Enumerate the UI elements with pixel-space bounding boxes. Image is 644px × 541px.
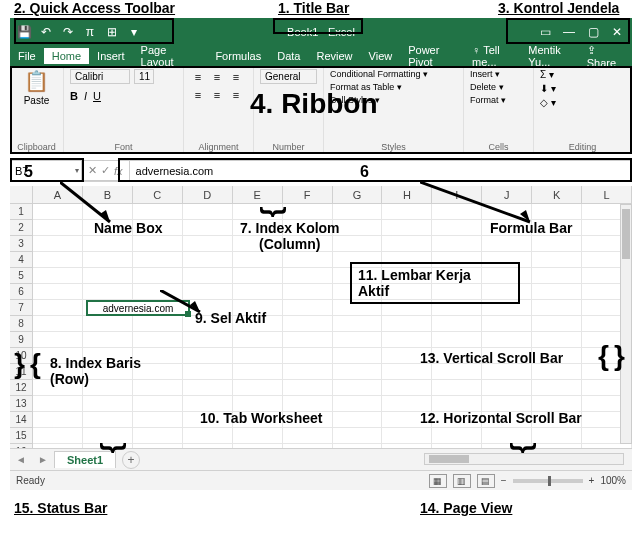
- cell[interactable]: [183, 380, 233, 396]
- cell[interactable]: [333, 236, 383, 252]
- row-head[interactable]: 14: [10, 412, 33, 428]
- row-head[interactable]: 8: [10, 316, 33, 332]
- cell[interactable]: [382, 428, 432, 444]
- sheet-nav-prev[interactable]: ◄: [10, 454, 32, 465]
- col-C[interactable]: C: [133, 186, 183, 203]
- cell[interactable]: [283, 332, 333, 348]
- zoom-out-button[interactable]: −: [501, 475, 507, 486]
- row-head[interactable]: 9: [10, 332, 33, 348]
- tab-formulas[interactable]: Formulas: [207, 48, 269, 64]
- cell[interactable]: [333, 220, 383, 236]
- cell[interactable]: [83, 412, 133, 428]
- cell[interactable]: [183, 348, 233, 364]
- cell[interactable]: [83, 396, 133, 412]
- cell[interactable]: [133, 236, 183, 252]
- cell[interactable]: [333, 396, 383, 412]
- select-all-corner[interactable]: [10, 186, 33, 203]
- view-page-layout-icon[interactable]: ▥: [453, 474, 471, 488]
- tab-insert[interactable]: Insert: [89, 48, 133, 64]
- cell[interactable]: [33, 428, 83, 444]
- cell[interactable]: [233, 252, 283, 268]
- col-D[interactable]: D: [183, 186, 233, 203]
- col-L[interactable]: L: [582, 186, 632, 203]
- hscroll-thumb[interactable]: [429, 455, 469, 463]
- row-head[interactable]: 5: [10, 268, 33, 284]
- cell[interactable]: [482, 364, 532, 380]
- cell[interactable]: [83, 284, 133, 300]
- zoom-level[interactable]: 100%: [600, 475, 626, 486]
- cell[interactable]: [183, 252, 233, 268]
- cell[interactable]: [283, 316, 333, 332]
- cell[interactable]: [283, 364, 333, 380]
- tab-home[interactable]: Home: [44, 48, 89, 64]
- row-head[interactable]: 15: [10, 428, 33, 444]
- row-head[interactable]: 2: [10, 220, 33, 236]
- cell[interactable]: [432, 236, 482, 252]
- cell[interactable]: [382, 364, 432, 380]
- col-G[interactable]: G: [333, 186, 383, 203]
- cell[interactable]: [532, 364, 582, 380]
- cell[interactable]: [532, 268, 582, 284]
- cell[interactable]: [233, 268, 283, 284]
- cell[interactable]: [482, 380, 532, 396]
- cell[interactable]: [233, 380, 283, 396]
- cell[interactable]: [33, 300, 83, 316]
- cell[interactable]: [333, 204, 383, 220]
- cell[interactable]: [183, 332, 233, 348]
- cell[interactable]: [33, 332, 83, 348]
- cell[interactable]: [382, 332, 432, 348]
- cell[interactable]: [133, 252, 183, 268]
- view-page-break-icon[interactable]: ▤: [477, 474, 495, 488]
- tab-file[interactable]: File: [10, 48, 44, 64]
- cell[interactable]: [333, 348, 383, 364]
- cell[interactable]: [33, 252, 83, 268]
- row-head[interactable]: 3: [10, 236, 33, 252]
- cell[interactable]: [83, 268, 133, 284]
- cell[interactable]: [33, 284, 83, 300]
- cell[interactable]: [133, 204, 183, 220]
- cell[interactable]: [133, 268, 183, 284]
- cell[interactable]: [532, 252, 582, 268]
- cell[interactable]: [432, 332, 482, 348]
- cell[interactable]: [532, 300, 582, 316]
- row-head[interactable]: 12: [10, 380, 33, 396]
- cell[interactable]: [283, 428, 333, 444]
- cell[interactable]: [382, 380, 432, 396]
- view-normal-icon[interactable]: ▦: [429, 474, 447, 488]
- cell[interactable]: [333, 412, 383, 428]
- row-head[interactable]: 1: [10, 204, 33, 220]
- col-F[interactable]: F: [283, 186, 333, 203]
- row-head[interactable]: 6: [10, 284, 33, 300]
- cell[interactable]: [382, 316, 432, 332]
- cell[interactable]: [283, 300, 333, 316]
- vertical-scrollbar[interactable]: [620, 204, 632, 444]
- cell[interactable]: [532, 284, 582, 300]
- cell[interactable]: [382, 236, 432, 252]
- cell[interactable]: [33, 268, 83, 284]
- row-head[interactable]: 13: [10, 396, 33, 412]
- zoom-slider[interactable]: [513, 479, 583, 483]
- cell[interactable]: [432, 316, 482, 332]
- cell[interactable]: [482, 236, 532, 252]
- cell[interactable]: [333, 364, 383, 380]
- cell[interactable]: [532, 236, 582, 252]
- cell[interactable]: [183, 268, 233, 284]
- cell[interactable]: [183, 428, 233, 444]
- tab-review[interactable]: Review: [308, 48, 360, 64]
- cell[interactable]: [233, 428, 283, 444]
- cell[interactable]: [532, 380, 582, 396]
- tell-me-search[interactable]: ♀ Tell me...: [472, 44, 524, 68]
- sheet-nav-next[interactable]: ►: [32, 454, 54, 465]
- cell[interactable]: [283, 380, 333, 396]
- cell[interactable]: [33, 412, 83, 428]
- cell[interactable]: [133, 428, 183, 444]
- cell[interactable]: [83, 332, 133, 348]
- cell[interactable]: [83, 236, 133, 252]
- cancel-formula-icon[interactable]: ✕: [88, 164, 97, 177]
- cell[interactable]: [432, 364, 482, 380]
- cell[interactable]: [333, 428, 383, 444]
- cell[interactable]: [233, 284, 283, 300]
- tab-view[interactable]: View: [361, 48, 401, 64]
- cell[interactable]: [233, 348, 283, 364]
- cell[interactable]: [133, 412, 183, 428]
